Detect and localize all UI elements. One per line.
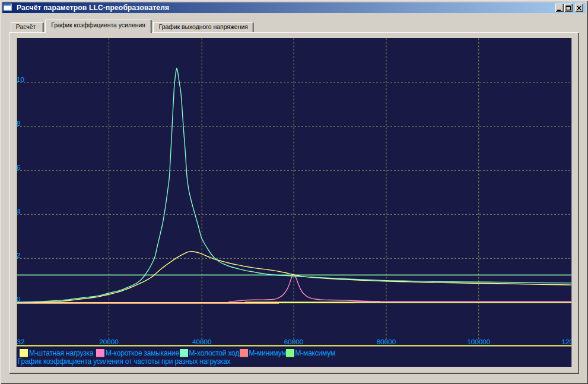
svg-text:60000: 60000 [284,338,304,345]
svg-text:4: 4 [17,207,21,215]
svg-text:120000: 120000 [562,338,586,345]
svg-text:6: 6 [17,163,21,171]
svg-text:График коэффициента усиления о: График коэффициента усиления от частоты … [18,357,231,366]
svg-text:М-холостой ход: М-холостой ход [189,349,240,357]
svg-text:М-штатная нагрузка: М-штатная нагрузка [29,349,94,357]
svg-text:М-минимум: М-минимум [249,349,287,357]
svg-text:20000: 20000 [99,338,119,345]
svg-text:2: 2 [17,251,21,259]
svg-text:0: 0 [17,295,21,303]
svg-text:100000: 100000 [467,338,491,345]
svg-text:М-максимум: М-максимум [295,349,336,357]
svg-text:М-короткое замыкание: М-короткое замыкание [106,349,179,357]
svg-text:32: 32 [17,338,25,345]
svg-text:80000: 80000 [377,338,396,345]
svg-text:10: 10 [17,75,25,83]
svg-text:40000: 40000 [192,338,212,345]
svg-text:8: 8 [17,119,21,127]
